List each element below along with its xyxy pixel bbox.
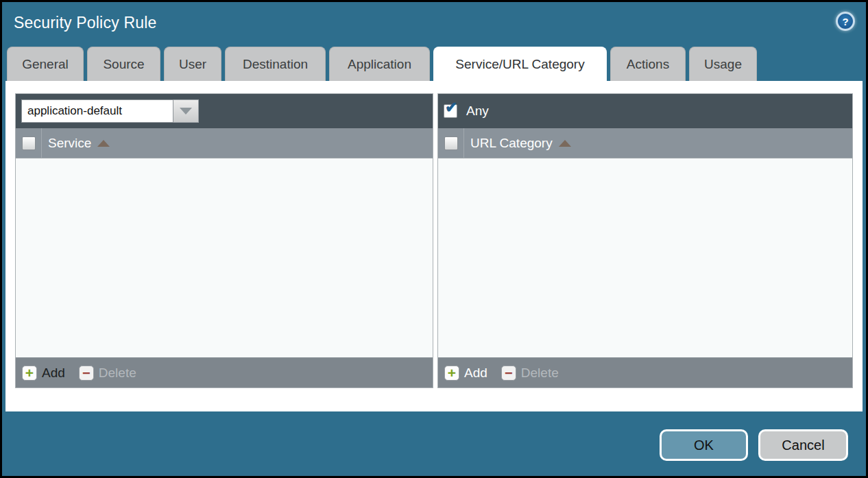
service-type-dropdown-button[interactable]: [173, 99, 199, 123]
service-select-all-checkbox[interactable]: [22, 136, 36, 150]
tab-usage[interactable]: Usage: [689, 47, 757, 81]
url-category-column-header-row: URL Category: [438, 128, 852, 158]
delete-button-label: Delete: [521, 366, 559, 381]
tab-user[interactable]: User: [164, 47, 221, 81]
service-type-input[interactable]: [21, 99, 173, 123]
any-checkbox-label: Any: [466, 104, 489, 119]
url-category-panel: ✔ Any URL Category + Add − Delete: [437, 93, 853, 388]
url-category-list[interactable]: [438, 158, 852, 357]
url-category-column-header[interactable]: URL Category: [470, 136, 553, 151]
dialog-title: Security Policy Rule: [14, 14, 157, 32]
dialog-action-buttons: OK Cancel: [660, 429, 848, 461]
url-category-panel-topbar: ✔ Any: [438, 94, 852, 128]
cancel-button[interactable]: Cancel: [758, 429, 848, 461]
tab-source[interactable]: Source: [87, 47, 160, 81]
service-list[interactable]: [16, 158, 433, 357]
sort-ascending-icon: [97, 140, 110, 147]
service-panel: Service + Add − Delete: [15, 93, 433, 388]
any-checkbox[interactable]: ✔: [444, 104, 457, 118]
tab-service-url-category[interactable]: Service/URL Category: [433, 47, 607, 81]
chevron-down-icon: [180, 108, 192, 115]
tab-content-area: Service + Add − Delete ✔ Any: [5, 81, 863, 411]
service-select-all-cell: [16, 128, 42, 158]
service-delete-button[interactable]: − Delete: [79, 366, 136, 381]
add-button-label: Add: [464, 366, 487, 381]
checkmark-icon: ✔: [445, 100, 457, 115]
url-category-add-button[interactable]: + Add: [444, 366, 487, 381]
plus-icon: +: [444, 366, 459, 381]
service-panel-footer: + Add − Delete: [16, 357, 433, 387]
minus-icon: −: [79, 366, 94, 381]
plus-icon: +: [22, 366, 37, 381]
service-panel-topbar: [16, 94, 433, 128]
tab-destination[interactable]: Destination: [225, 47, 326, 81]
security-policy-rule-dialog: Security Policy Rule ? General Source Us…: [0, 0, 868, 478]
tab-bar: General Source User Destination Applicat…: [7, 47, 757, 81]
url-category-panel-footer: + Add − Delete: [438, 357, 852, 387]
url-category-delete-button[interactable]: − Delete: [501, 366, 559, 381]
service-column-header-row: Service: [16, 128, 433, 158]
help-icon[interactable]: ?: [836, 12, 855, 31]
tab-application[interactable]: Application: [329, 47, 430, 81]
delete-button-label: Delete: [99, 366, 136, 381]
tab-actions[interactable]: Actions: [610, 47, 686, 81]
url-category-select-all-checkbox[interactable]: [444, 136, 458, 150]
tab-general[interactable]: General: [7, 47, 84, 81]
service-column-header[interactable]: Service: [48, 136, 91, 151]
sort-ascending-icon: [559, 140, 571, 147]
minus-icon: −: [501, 366, 516, 381]
add-button-label: Add: [42, 366, 65, 381]
url-category-select-all-cell: [438, 128, 464, 158]
ok-button[interactable]: OK: [660, 429, 748, 461]
service-add-button[interactable]: + Add: [22, 366, 65, 381]
